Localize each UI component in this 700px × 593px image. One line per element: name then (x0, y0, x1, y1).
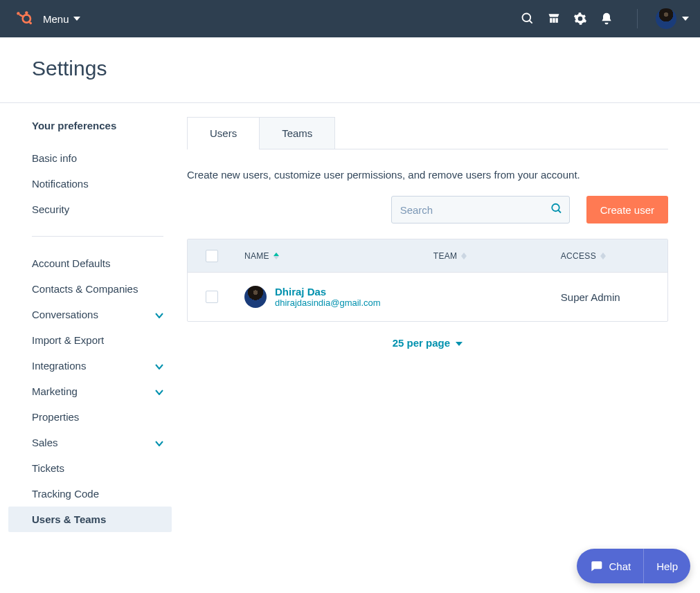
chat-button[interactable]: Chat (577, 549, 643, 583)
user-name[interactable]: Dhiraj Das (275, 286, 381, 298)
svg-rect-10 (553, 18, 555, 23)
sidebar-item-label: Integrations (32, 360, 86, 372)
chevron-down-icon (155, 360, 163, 372)
search-input[interactable] (391, 196, 570, 223)
sidebar-item-basic-info[interactable]: Basic info (0, 145, 180, 171)
sidebar-section-title: Your preferences (0, 120, 180, 131)
chevron-down-icon (155, 309, 163, 320)
page-header: Settings (0, 37, 700, 103)
svg-line-8 (530, 21, 532, 24)
sidebar-item-label: Properties (32, 411, 79, 423)
sidebar-item-label: Tracking Code (32, 488, 99, 500)
create-user-button[interactable]: Create user (586, 196, 668, 223)
avatar (244, 286, 267, 308)
sidebar-item-account-defaults[interactable]: Account Defaults (0, 250, 180, 276)
tabs: Users Teams (187, 117, 668, 149)
page-size-label: 25 per page (393, 337, 450, 349)
page-title: Settings (32, 57, 700, 80)
svg-point-12 (552, 204, 559, 212)
tab-label: Teams (282, 127, 312, 139)
main-menu-trigger[interactable]: Menu (43, 13, 80, 25)
search-button[interactable] (550, 203, 563, 217)
sidebar-item-tickets[interactable]: Tickets (0, 455, 180, 481)
sidebar-item-security[interactable]: Security (0, 197, 180, 222)
tab-users[interactable]: Users (187, 117, 260, 149)
select-all-checkbox[interactable] (206, 250, 218, 262)
hubspot-logo-icon[interactable] (14, 9, 33, 28)
sidebar-item-label: Marketing (32, 385, 78, 397)
sidebar-item-label: Account Defaults (32, 257, 110, 269)
table-row[interactable]: Dhiraj Das dhirajdasindia@gmail.com Supe… (188, 273, 667, 321)
row-select-cell (188, 291, 236, 303)
chevron-down-icon (155, 437, 163, 448)
row-name-cell: Dhiraj Das dhirajdasindia@gmail.com (236, 286, 425, 308)
tab-teams[interactable]: Teams (260, 117, 335, 149)
sidebar-divider (32, 236, 163, 237)
page-size-selector[interactable]: 25 per page (187, 337, 668, 349)
tab-description: Create new users, customize user permiss… (187, 169, 668, 181)
sidebar-item-notifications[interactable]: Notifications (0, 171, 180, 197)
sidebar-item-label: Import & Export (32, 334, 104, 346)
sidebar-item-label: Security (32, 203, 69, 215)
svg-rect-11 (556, 18, 558, 23)
sidebar-item-conversations[interactable]: Conversations (0, 302, 180, 327)
sidebar-item-integrations[interactable]: Integrations (0, 353, 180, 378)
sidebar-item-label: Sales (32, 437, 58, 448)
nav-divider (637, 9, 638, 28)
sidebar-item-label: Conversations (32, 309, 98, 320)
layout: Your preferences Basic info Notification… (0, 103, 700, 532)
sort-icon (273, 253, 279, 259)
column-header-label: NAME (244, 251, 269, 261)
row-checkbox[interactable] (206, 291, 218, 303)
chat-icon (589, 559, 603, 573)
svg-rect-9 (550, 18, 552, 23)
sidebar-item-marketing[interactable]: Marketing (0, 378, 180, 404)
sidebar-item-label: Basic info (32, 152, 77, 164)
search-icon (550, 203, 563, 215)
svg-line-13 (558, 210, 561, 213)
chevron-down-icon (73, 17, 80, 21)
column-header-name[interactable]: NAME (236, 239, 425, 272)
sort-icon (461, 253, 467, 259)
bell-icon[interactable] (600, 12, 613, 26)
main-content: Users Teams Create new users, customize … (180, 103, 700, 532)
avatar (656, 8, 676, 29)
main-menu-label: Menu (43, 13, 69, 25)
column-header-access[interactable]: ACCESS (553, 239, 667, 272)
sidebar-item-label: Users & Teams (32, 513, 106, 525)
search-icon[interactable] (521, 12, 535, 26)
gear-icon[interactable] (573, 12, 587, 26)
help-button[interactable]: Help (643, 549, 690, 583)
sidebar-item-properties[interactable]: Properties (0, 404, 180, 430)
sidebar-item-users-teams[interactable]: Users & Teams (8, 507, 172, 532)
chat-label: Chat (609, 560, 631, 572)
sidebar-item-sales[interactable]: Sales (0, 430, 180, 455)
caret-down-icon (456, 342, 463, 346)
table-header-row: NAME TEAM ACCESS (188, 239, 667, 273)
sort-icon (600, 253, 606, 259)
svg-line-6 (29, 21, 30, 22)
sidebar-item-contacts-companies[interactable]: Contacts & Companies (0, 276, 180, 302)
sidebar-item-label: Contacts & Companies (32, 283, 138, 295)
account-menu[interactable] (656, 8, 689, 29)
column-header-select (188, 239, 236, 272)
sidebar-item-import-export[interactable]: Import & Export (0, 327, 180, 353)
svg-point-7 (523, 14, 531, 22)
floating-support: Chat Help (577, 549, 690, 583)
column-header-label: ACCESS (561, 251, 596, 261)
svg-point-1 (25, 11, 28, 14)
users-table: NAME TEAM ACCESS (187, 239, 668, 322)
sidebar-item-tracking-code[interactable]: Tracking Code (0, 481, 180, 507)
chevron-down-icon (155, 385, 163, 397)
marketplace-icon[interactable] (547, 12, 561, 26)
sidebar-item-label: Notifications (32, 178, 89, 190)
nav-icons (521, 8, 689, 29)
help-label: Help (656, 560, 678, 572)
svg-line-5 (19, 15, 24, 17)
top-nav: Menu (0, 0, 700, 37)
user-email[interactable]: dhirajdasindia@gmail.com (275, 298, 381, 308)
search-wrap (391, 196, 570, 223)
sidebar: Your preferences Basic info Notification… (0, 103, 180, 532)
svg-point-3 (17, 12, 19, 15)
column-header-team[interactable]: TEAM (425, 239, 553, 272)
